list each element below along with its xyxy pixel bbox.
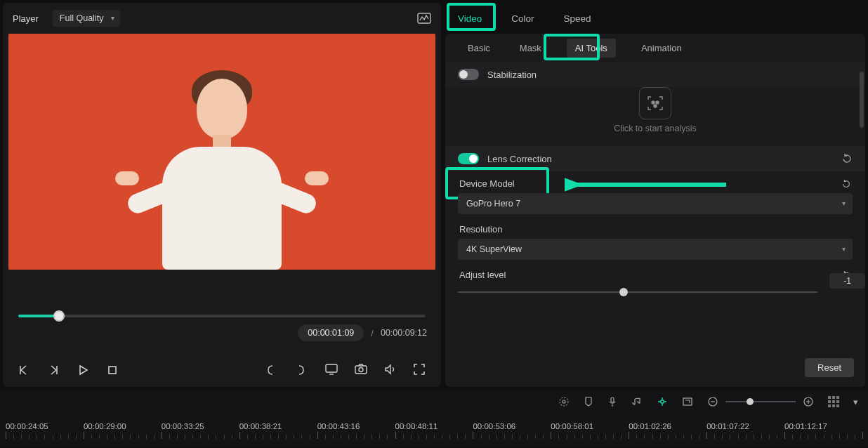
slider-knob[interactable]: [619, 288, 628, 296]
svg-rect-1: [109, 367, 116, 374]
lens-correction-label: Lens Correction: [487, 154, 552, 164]
reset-section-icon[interactable]: [841, 153, 853, 164]
device-model-select[interactable]: GoPro Hero 7 ▾: [458, 193, 853, 214]
tab-animation[interactable]: Animation: [637, 39, 686, 58]
current-time[interactable]: 00:00:01:09: [298, 324, 364, 341]
inspector-body: Stabilization Click to start analysis Le…: [445, 62, 865, 387]
zoom-out-button[interactable]: [707, 396, 718, 407]
snapshot-icon[interactable]: [354, 363, 368, 377]
mark-out-icon[interactable]: [295, 363, 309, 377]
audio-mixer-icon[interactable]: [631, 396, 643, 407]
lens-correction-toggle[interactable]: [458, 153, 479, 164]
scrollbar[interactable]: [860, 69, 864, 380]
video-preview[interactable]: [8, 34, 435, 270]
resolution-select[interactable]: 4K SuperView ▾: [458, 239, 853, 260]
svg-point-7: [654, 105, 657, 107]
fullscreen-icon[interactable]: [413, 363, 427, 377]
svg-rect-11: [611, 397, 614, 402]
time-separator: /: [371, 328, 374, 338]
timecode: 00:00:24:05: [6, 422, 84, 430]
svg-point-6: [656, 101, 659, 104]
reset-device-icon[interactable]: [841, 179, 851, 189]
svg-point-9: [560, 397, 568, 406]
timecode: 00:01:07:22: [706, 422, 784, 430]
quality-value: Full Quality: [60, 13, 104, 23]
resolution-label: Resolution: [459, 224, 502, 235]
svg-rect-2: [326, 364, 337, 372]
tab-mask[interactable]: Mask: [515, 39, 546, 58]
render-preview-icon[interactable]: [657, 396, 668, 407]
player-label: Player: [13, 13, 39, 24]
timecode: 00:00:43:16: [317, 422, 395, 430]
scrub-track[interactable]: [18, 315, 426, 317]
waveform-scope-icon[interactable]: [417, 13, 431, 24]
resolution-value: 4K SuperView: [466, 244, 522, 254]
zoom-in-button[interactable]: [803, 396, 814, 407]
quality-select[interactable]: Full Quality ▾: [53, 10, 121, 27]
stabilization-label: Stabilization: [487, 70, 537, 80]
tab-basic[interactable]: Basic: [463, 39, 494, 58]
analysis-prompt: Click to start analysis: [614, 124, 696, 133]
inspector-panel: Video Color Speed Basic Mask AI Tools An…: [445, 3, 865, 387]
voiceover-icon[interactable]: [607, 396, 617, 407]
display-mode-icon[interactable]: [324, 363, 338, 377]
svg-point-4: [359, 368, 363, 372]
timecode: 00:00:58:01: [551, 422, 629, 430]
timeline-ruler[interactable]: 00:00:24:05 00:00:29:00 00:00:33:25 00:0…: [0, 414, 868, 439]
total-time: 00:00:09:12: [381, 328, 427, 338]
next-frame-button[interactable]: [46, 363, 60, 377]
play-button[interactable]: [76, 363, 90, 377]
svg-point-12: [661, 400, 664, 404]
zoom-knob[interactable]: [747, 398, 754, 405]
color-wheel-icon[interactable]: [558, 396, 570, 407]
timecode: 00:00:29:00: [84, 422, 162, 430]
crop-icon[interactable]: [682, 397, 693, 407]
svg-rect-0: [418, 13, 430, 23]
tab-video[interactable]: Video: [455, 11, 485, 27]
timeline-panel: ▾ 00:00:24:05 00:00:29:00 00:00:33:25 00…: [0, 390, 868, 446]
volume-icon[interactable]: [383, 363, 397, 377]
timecode: 00:01:12:17: [784, 422, 862, 430]
scrub-knob[interactable]: [53, 310, 65, 322]
device-model-value: GoPro Hero 7: [466, 199, 520, 209]
start-analysis-button[interactable]: [639, 87, 671, 119]
device-model-label: Device Model: [459, 178, 515, 189]
reset-button[interactable]: Reset: [805, 358, 854, 377]
adjust-level-label: Adjust level: [459, 270, 506, 280]
timecode: 00:00:33:25: [162, 422, 239, 430]
stabilization-toggle[interactable]: [458, 69, 479, 80]
svg-point-5: [652, 101, 655, 104]
adjust-level-slider[interactable]: [458, 291, 817, 293]
chevron-down-icon: ▾: [111, 14, 114, 22]
tab-color[interactable]: Color: [508, 11, 537, 27]
chevron-down-icon: ▾: [842, 199, 846, 207]
chevron-down-icon: ▾: [842, 245, 846, 253]
svg-rect-3: [355, 366, 367, 374]
player-panel: Player Full Quality ▾: [3, 3, 441, 387]
timecode: 00:00:53:06: [473, 422, 551, 430]
zoom-slider[interactable]: [725, 401, 796, 402]
tab-ai-tools[interactable]: AI Tools: [567, 39, 616, 58]
stop-button[interactable]: [105, 363, 119, 377]
view-options-icon[interactable]: [828, 396, 839, 407]
svg-point-10: [563, 400, 565, 403]
view-options-chevron-icon[interactable]: ▾: [853, 397, 858, 407]
tab-speed[interactable]: Speed: [561, 11, 594, 27]
marker-icon[interactable]: [584, 396, 593, 407]
timecode: 00:01:02:26: [629, 422, 706, 430]
mark-in-icon[interactable]: [265, 363, 280, 377]
timecode: 00:00:38:21: [239, 422, 317, 430]
timecode: 00:00:48:11: [395, 422, 473, 430]
svg-rect-13: [683, 398, 692, 405]
prev-frame-button[interactable]: [17, 363, 31, 377]
